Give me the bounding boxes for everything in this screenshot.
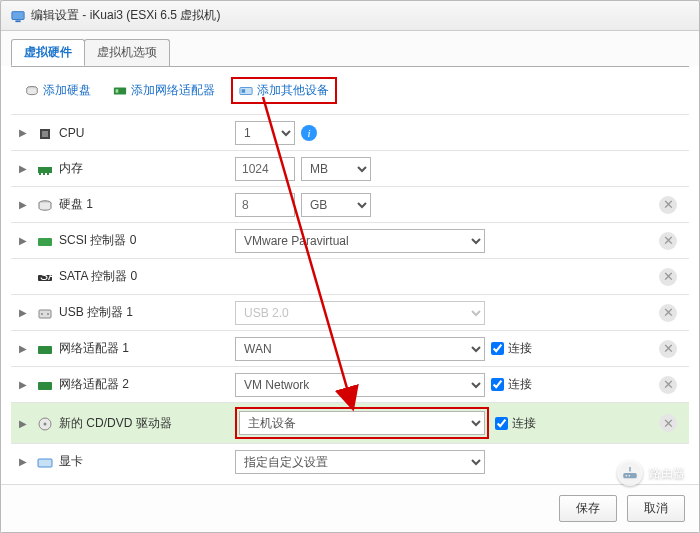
row-scsi0: ▶ SCSI 控制器 0 VMware Paravirtual ✕ <box>11 222 689 258</box>
hardware-rows: ▶ CPU 1 i ▶ 内存 <box>11 114 689 479</box>
remove-disk-button[interactable]: ✕ <box>659 196 677 214</box>
cdrom-connect-checkbox[interactable]: 连接 <box>495 415 536 432</box>
memory-value-input[interactable] <box>235 157 295 181</box>
scsi-icon <box>37 234 53 248</box>
svg-rect-24 <box>38 459 52 467</box>
toolbar: 添加硬盘 添加网络适配器 添加其他设备 <box>11 67 689 114</box>
expander-icon[interactable]: ▶ <box>19 163 29 174</box>
row-label: CPU <box>59 126 84 140</box>
expander-icon[interactable]: ▶ <box>19 456 29 467</box>
disk-icon <box>37 198 53 212</box>
disk-size-input[interactable] <box>235 193 295 217</box>
info-icon[interactable]: i <box>301 125 317 141</box>
titlebar: 编辑设置 - iKuai3 (ESXi 6.5 虚拟机) <box>1 1 699 31</box>
edit-settings-dialog: 编辑设置 - iKuai3 (ESXi 6.5 虚拟机) 虚拟硬件 虚拟机选项 … <box>0 0 700 533</box>
svg-rect-12 <box>47 173 49 175</box>
disk-icon <box>25 84 39 98</box>
dialog-footer: 保存 取消 <box>1 484 699 532</box>
remove-scsi-button[interactable]: ✕ <box>659 232 677 250</box>
memory-icon <box>37 162 53 176</box>
svg-text:SATA: SATA <box>40 270 53 283</box>
remove-nic2-button[interactable]: ✕ <box>659 376 677 394</box>
video-settings-select[interactable]: 指定自定义设置 <box>235 450 485 474</box>
expander-icon[interactable]: ▶ <box>19 418 29 429</box>
expander-icon[interactable]: ▶ <box>19 127 29 138</box>
cpu-count-select[interactable]: 1 <box>235 121 295 145</box>
row-label: 网络适配器 1 <box>59 340 129 357</box>
svg-rect-6 <box>242 89 246 93</box>
cdrom-source-highlight: 主机设备 <box>235 407 489 439</box>
tab-vm-options[interactable]: 虚拟机选项 <box>84 39 170 66</box>
svg-point-19 <box>47 313 49 315</box>
expander-icon[interactable]: ▶ <box>19 199 29 210</box>
usb-type-select[interactable]: USB 2.0 <box>235 301 485 325</box>
usb-icon <box>37 306 53 320</box>
svg-point-28 <box>629 475 631 477</box>
row-memory: ▶ 内存 MB <box>11 150 689 186</box>
device-icon <box>239 84 253 98</box>
remove-sata-button[interactable]: ✕ <box>659 268 677 286</box>
row-video: ▶ 显卡 指定自定义设置 <box>11 443 689 479</box>
row-nic1: ▶ 网络适配器 1 WAN 连接 ✕ <box>11 330 689 366</box>
row-disk1: ▶ 硬盘 1 GB ✕ <box>11 186 689 222</box>
svg-point-18 <box>41 313 43 315</box>
svg-point-27 <box>626 475 628 477</box>
row-label: 网络适配器 2 <box>59 376 129 393</box>
row-label: 显卡 <box>59 453 83 470</box>
tabs-area: 虚拟硬件 虚拟机选项 <box>1 31 699 66</box>
cdrom-source-select[interactable]: 主机设备 <box>239 411 485 435</box>
svg-point-23 <box>44 423 47 426</box>
nic1-connect-checkbox[interactable]: 连接 <box>491 340 532 357</box>
nic2-connect-checkbox[interactable]: 连接 <box>491 376 532 393</box>
video-card-icon <box>37 455 53 469</box>
add-nic-button[interactable]: 添加网络适配器 <box>107 79 221 102</box>
cpu-icon <box>37 126 53 140</box>
expander-icon[interactable]: ▶ <box>19 379 29 390</box>
cdrom-icon <box>37 416 53 430</box>
cancel-button[interactable]: 取消 <box>627 495 685 522</box>
expander-icon[interactable]: ▶ <box>19 235 29 246</box>
nic1-network-select[interactable]: WAN <box>235 337 485 361</box>
row-nic2: ▶ 网络适配器 2 VM Network 连接 ✕ <box>11 366 689 402</box>
memory-unit-select[interactable]: MB <box>301 157 371 181</box>
row-label: SATA 控制器 0 <box>59 268 137 285</box>
svg-rect-21 <box>38 382 52 390</box>
svg-rect-0 <box>12 11 24 19</box>
svg-rect-14 <box>38 238 52 246</box>
nic-icon <box>37 378 53 392</box>
scsi-type-select[interactable]: VMware Paravirtual <box>235 229 485 253</box>
content-panel: 添加硬盘 添加网络适配器 添加其他设备 ▶ CPU <box>11 66 689 484</box>
sata-icon: SATA <box>37 270 53 284</box>
row-sata0: ▶ SATA SATA 控制器 0 ✕ <box>11 258 689 294</box>
nic-icon <box>37 342 53 356</box>
nic-icon <box>113 84 127 98</box>
window-title: 编辑设置 - iKuai3 (ESXi 6.5 虚拟机) <box>31 7 220 24</box>
svg-rect-17 <box>39 310 51 318</box>
expander-icon[interactable]: ▶ <box>19 307 29 318</box>
add-disk-button[interactable]: 添加硬盘 <box>19 79 97 102</box>
svg-rect-1 <box>15 20 20 22</box>
add-other-device-button[interactable]: 添加其他设备 <box>231 77 337 104</box>
svg-rect-10 <box>39 173 41 175</box>
disk-unit-select[interactable]: GB <box>301 193 371 217</box>
watermark-text: 路由器 <box>649 465 685 482</box>
add-other-label: 添加其他设备 <box>257 82 329 99</box>
remove-cdrom-button[interactable]: ✕ <box>659 414 677 432</box>
svg-rect-8 <box>42 131 48 137</box>
add-nic-label: 添加网络适配器 <box>131 82 215 99</box>
row-cdrom-new: ▶ 新的 CD/DVD 驱动器 主机设备 连接 ✕ <box>11 402 689 443</box>
remove-usb-button[interactable]: ✕ <box>659 304 677 322</box>
svg-rect-9 <box>38 167 52 173</box>
svg-rect-20 <box>38 346 52 354</box>
vm-icon <box>11 9 25 23</box>
tab-virtual-hardware[interactable]: 虚拟硬件 <box>11 39 85 66</box>
row-label: 内存 <box>59 160 83 177</box>
save-button[interactable]: 保存 <box>559 495 617 522</box>
row-label: SCSI 控制器 0 <box>59 232 136 249</box>
remove-nic1-button[interactable]: ✕ <box>659 340 677 358</box>
row-cpu: ▶ CPU 1 i <box>11 114 689 150</box>
expander-icon[interactable]: ▶ <box>19 343 29 354</box>
router-icon <box>617 460 643 486</box>
row-label: 新的 CD/DVD 驱动器 <box>59 415 172 432</box>
nic2-network-select[interactable]: VM Network <box>235 373 485 397</box>
